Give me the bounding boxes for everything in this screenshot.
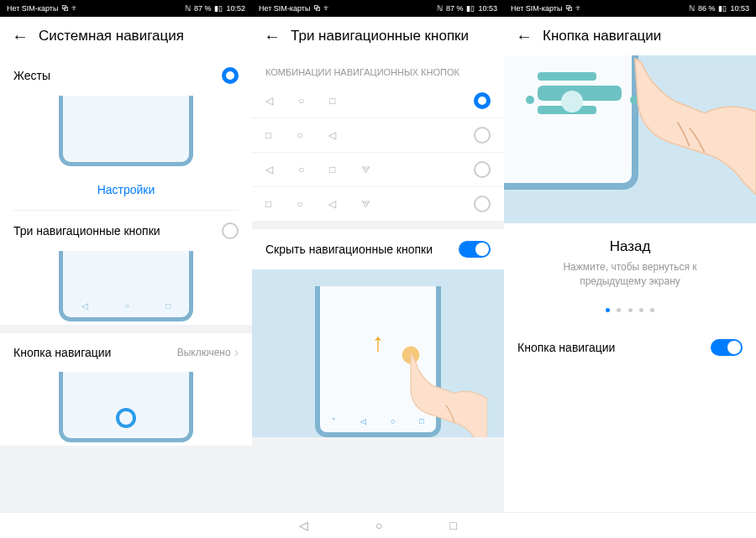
nav-back-icon[interactable]: ◁: [299, 519, 308, 532]
radio-selected-icon: [222, 67, 239, 84]
radio-selected-icon: [474, 92, 491, 109]
battery-percent: 86 %: [698, 4, 716, 13]
clock: 10:53: [730, 4, 749, 13]
dropdown-icon: ⩔: [361, 198, 371, 210]
option-label: Три навигационные кнопки: [13, 224, 160, 238]
bottom-spacer: [0, 446, 252, 512]
header: ← Системная навигация: [0, 17, 252, 55]
home-circle-icon: ○: [298, 164, 304, 175]
option-label: Жесты: [13, 69, 50, 82]
home-circle-icon: ○: [297, 198, 302, 210]
recent-square-icon: □: [265, 198, 271, 210]
statusbar: Нет SIM-карты ⧉ ᯤ ℕ87 %▮▯10:53: [252, 0, 504, 17]
illustration-three-buttons: ◁○□: [0, 251, 252, 325]
dropdown-icon: ⩔: [361, 164, 371, 175]
clock: 10:52: [226, 4, 245, 13]
clock: 10:53: [478, 4, 497, 13]
illustration-nav-dock: [0, 372, 252, 446]
recent-square-icon: □: [265, 129, 271, 141]
sim-status: Нет SIM-карты: [7, 4, 58, 13]
home-circle-icon: ○: [298, 95, 304, 107]
header: ← Три навигационные кнопки: [252, 17, 504, 55]
recent-square-icon: □: [329, 164, 335, 175]
tutorial-title: Назад: [504, 223, 756, 260]
option-label: Кнопка навигации: [13, 346, 111, 359]
illustration-gestures: [0, 96, 252, 170]
illustration-tap-back: [504, 55, 756, 223]
hand-pointer-icon: [605, 55, 756, 198]
combo-option-2[interactable]: □ ○ ◁: [252, 118, 504, 152]
tutorial-description: Нажмите, чтобы вернуться к предыдущему э…: [504, 260, 756, 289]
battery-percent: 87 %: [194, 4, 212, 13]
toggle-on[interactable]: [711, 339, 743, 356]
back-icon[interactable]: ←: [516, 27, 533, 46]
illustration-swipe-up: ↑ ˅◁○□: [252, 269, 504, 437]
home-circle-icon: ○: [297, 129, 302, 141]
nav-dock-toggle-row[interactable]: Кнопка навигации: [504, 327, 756, 368]
combo-option-3[interactable]: ◁ ○ □ ⩔: [252, 153, 504, 186]
screen-system-navigation: Нет SIM-карты ⧉ ᯤ ℕ87 %▮▯10:52 ← Системн…: [0, 0, 252, 512]
recent-square-icon: □: [329, 95, 335, 107]
chevron-right-icon: ›: [234, 345, 239, 360]
toggle-on[interactable]: [459, 241, 491, 258]
statusbar: Нет SIM-карты ⧉ ᯤ ℕ87 %▮▯10:52: [0, 0, 252, 17]
section-header: КОМБИНАЦИИ НАВИГАЦИОННЫХ КНОПОК: [252, 55, 504, 84]
page-indicator: [504, 289, 756, 327]
sim-status: Нет SIM-карты: [259, 4, 310, 13]
dot-active: [606, 308, 610, 312]
wifi-icon: ⧉ ᯤ: [565, 4, 583, 13]
wifi-icon: ⧉ ᯤ: [313, 4, 331, 13]
dot: [650, 308, 654, 312]
nav-dock-label: Кнопка навигации: [517, 341, 615, 354]
nav-recent-icon[interactable]: □: [450, 519, 457, 532]
page-title: Три навигационные кнопки: [291, 28, 469, 44]
bottom-spacer: [252, 437, 504, 512]
battery-percent: 87 %: [446, 4, 464, 13]
combo-option-1[interactable]: ◁ ○ □: [252, 84, 504, 118]
battery-icon: ▮▯: [214, 4, 223, 13]
page-title: Системная навигация: [39, 28, 184, 44]
radio-unselected-icon: [222, 222, 239, 239]
sim-status: Нет SIM-карты: [511, 4, 562, 13]
back-triangle-icon: ◁: [328, 198, 336, 210]
screen-nav-dock-tutorial: Нет SIM-карты ⧉ ᯤ ℕ86 %▮▯10:53 ← Кнопка …: [504, 0, 756, 512]
back-triangle-icon: ◁: [328, 129, 336, 141]
wifi-icon: ⧉ ᯤ: [61, 4, 79, 13]
battery-icon: ▮▯: [718, 4, 727, 13]
header: ← Кнопка навигации: [504, 17, 756, 55]
dot: [628, 308, 633, 312]
combo-option-4[interactable]: □ ○ ◁ ⩔: [252, 187, 504, 221]
radio-unselected-icon: [474, 196, 491, 212]
hand-pointer-icon: [378, 333, 487, 437]
hide-nav-row[interactable]: Скрыть навигационные кнопки: [252, 229, 504, 269]
statusbar: Нет SIM-карты ⧉ ᯤ ℕ86 %▮▯10:53: [504, 0, 756, 17]
option-status: Выключено: [177, 347, 231, 358]
option-nav-dock[interactable]: Кнопка навигации Выключено ›: [0, 333, 252, 372]
section-separator: [252, 221, 504, 229]
dot: [639, 308, 643, 312]
device-nav-bar: ◁ ○ □: [0, 512, 756, 538]
back-icon[interactable]: ←: [264, 27, 281, 46]
settings-link[interactable]: Настройки: [0, 170, 252, 210]
nfc-icon: ℕ: [689, 4, 695, 13]
option-gestures[interactable]: Жесты: [0, 55, 252, 96]
back-triangle-icon: ◁: [265, 164, 273, 175]
screen-three-nav-buttons: Нет SIM-карты ⧉ ᯤ ℕ87 %▮▯10:53 ← Три нав…: [252, 0, 504, 512]
nav-home-icon[interactable]: ○: [375, 519, 382, 532]
back-icon[interactable]: ←: [12, 27, 29, 46]
section-separator: [0, 325, 252, 333]
radio-unselected-icon: [474, 127, 491, 144]
nfc-icon: ℕ: [437, 4, 443, 13]
option-three-buttons[interactable]: Три навигационные кнопки: [0, 211, 252, 251]
page-title: Кнопка навигации: [543, 28, 661, 44]
hide-nav-label: Скрыть навигационные кнопки: [265, 243, 433, 256]
dot: [617, 308, 621, 312]
battery-icon: ▮▯: [466, 4, 475, 13]
radio-unselected-icon: [474, 161, 491, 178]
back-triangle-icon: ◁: [265, 95, 273, 107]
nfc-icon: ℕ: [185, 4, 191, 13]
